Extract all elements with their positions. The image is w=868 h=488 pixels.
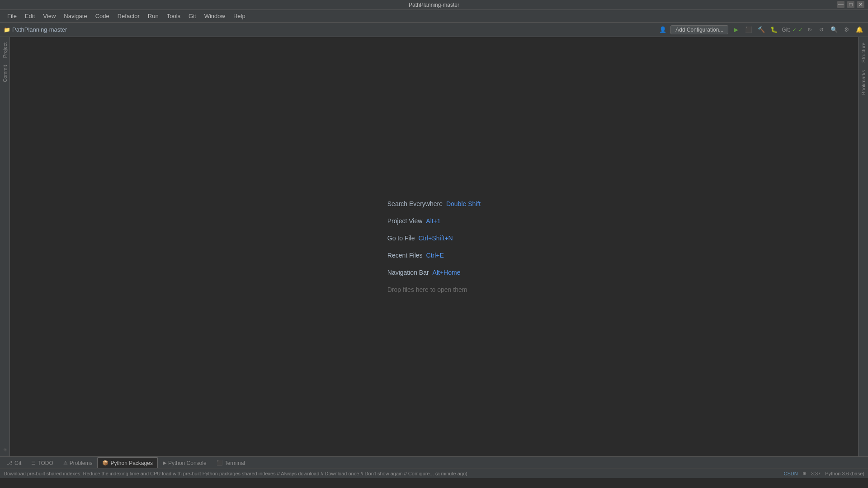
notification-bar: Download pre-built shared indexes: Reduc… [0,468,868,478]
tab-python-console[interactable]: ▶ Python Console [158,457,212,468]
menu-run[interactable]: Run [144,11,162,21]
user-icon[interactable]: 👤 [658,25,668,35]
status-python-version[interactable]: Python 3.6 (base) [825,471,864,476]
menu-code[interactable]: Code [92,11,113,21]
git-label: Git: [782,27,790,33]
terminal-tab-icon: ⬛ [217,460,223,466]
tab-python-packages[interactable]: 📦 Python Packages [97,457,157,468]
settings-icon[interactable]: ⚙ [842,25,852,35]
menu-help[interactable]: Help [230,11,249,21]
git-refresh-icon[interactable]: ↻ [805,25,815,35]
tab-todo[interactable]: ☰ TODO [26,457,58,468]
python-packages-tab-icon: 📦 [102,460,108,466]
goto-file-shortcut: Ctrl+Shift+N [418,235,453,242]
close-button[interactable]: ✕ [857,1,864,8]
project-view-label: Project View [387,217,423,225]
welcome-item-recent-files: Recent Files Ctrl+E [387,252,444,259]
minimize-button[interactable]: — [837,1,844,8]
menu-view[interactable]: View [39,11,59,21]
sidebar-tab-bookmarks[interactable]: Bookmarks [860,66,867,99]
tab-terminal[interactable]: ⬛ Terminal [212,457,250,468]
git-extra-icon[interactable]: ↺ [816,25,826,35]
git-tab-icon: ⎇ [7,460,13,466]
drop-files-text: Drop files here to open them [387,286,467,293]
welcome-item-search: Search Everywhere Double Shift [387,200,481,207]
status-time: 3:37 [811,471,821,476]
search-everywhere-label: Search Everywhere [387,200,443,207]
sidebar-tab-extra[interactable]: ◈ [1,443,9,456]
git-check-icon: ✓ [792,27,797,33]
problems-tab-label: Problems [70,460,93,466]
recent-files-label: Recent Files [387,252,423,259]
sidebar-tab-structure[interactable]: Structure [860,39,867,66]
search-everywhere-shortcut: Double Shift [446,200,481,207]
git-check2-icon: ✓ [798,27,803,33]
right-sidebar: Structure Bookmarks [858,37,868,456]
project-indicator: 📁 PathPlanning-master [4,26,655,33]
project-view-shortcut: Alt+1 [426,217,440,225]
terminal-tab-label: Terminal [225,460,245,466]
folder-icon: 📁 [4,27,10,33]
build-button[interactable]: 🔨 [756,25,766,35]
menu-window[interactable]: Window [201,11,229,21]
tab-problems[interactable]: ⚠ Problems [58,457,98,468]
python-packages-tab-label: Python Packages [110,460,152,466]
left-sidebar: Project Commit ◈ [0,37,10,456]
sidebar-tab-commit[interactable]: Commit [1,61,9,86]
window-controls[interactable]: — □ ✕ [837,1,864,8]
menu-git[interactable]: Git [185,11,200,21]
search-everywhere-icon[interactable]: 🔍 [829,25,839,35]
menu-file[interactable]: File [4,11,20,21]
title-bar: PathPlanning-master — □ ✕ [0,0,868,10]
run-button[interactable]: ▶ [731,25,741,35]
welcome-panel: Search Everywhere Double Shift Project V… [387,200,481,293]
menu-refactor[interactable]: Refactor [114,11,143,21]
notifications-icon[interactable]: 🔔 [854,25,864,35]
sidebar-tab-project[interactable]: Project [1,39,9,61]
toolbar: 📁 PathPlanning-master 👤 Add Configuratio… [0,23,868,37]
window-title: PathPlanning-master [409,2,459,8]
todo-tab-icon: ☰ [31,460,36,466]
nav-bar-shortcut: Alt+Home [433,269,461,276]
content-area: Search Everywhere Double Shift Project V… [10,37,858,456]
add-configuration-button[interactable]: Add Configuration... [670,25,728,34]
project-name: PathPlanning-master [12,26,67,33]
menu-bar: File Edit View Navigate Code Refactor Ru… [0,10,868,23]
welcome-item-goto-file: Go to File Ctrl+Shift+N [387,235,453,242]
welcome-item-nav-bar: Navigation Bar Alt+Home [387,269,461,276]
todo-tab-label: TODO [38,460,53,466]
status-plus-icon[interactable]: ⊕ [802,470,807,476]
menu-edit[interactable]: Edit [21,11,38,21]
debug-button[interactable]: 🐛 [769,25,779,35]
tab-git[interactable]: ⎇ Git [2,457,26,468]
bottom-tabs: ⎇ Git ☰ TODO ⚠ Problems 📦 Python Package… [0,456,868,468]
python-console-tab-label: Python Console [168,460,207,466]
maximize-button[interactable]: □ [847,1,854,8]
toolbar-right: 👤 Add Configuration... ▶ ⬛ 🔨 🐛 Git: ✓ ✓ … [658,25,864,35]
nav-bar-label: Navigation Bar [387,269,429,276]
menu-navigate[interactable]: Navigate [60,11,90,21]
menu-tools[interactable]: Tools [163,11,184,21]
git-status: Git: ✓ ✓ ↻ ↺ [782,25,826,35]
goto-file-label: Go to File [387,235,415,242]
status-csdn[interactable]: CSDN [784,471,798,476]
stop-button[interactable]: ⬛ [744,25,754,35]
recent-files-shortcut: Ctrl+E [426,252,444,259]
git-tab-label: Git [14,460,21,466]
problems-tab-icon: ⚠ [63,460,68,466]
python-console-tab-icon: ▶ [163,460,166,466]
status-right: CSDN ⊕ 3:37 Python 3.6 (base) [784,470,864,476]
welcome-item-project-view: Project View Alt+1 [387,217,441,225]
notification-message: Download pre-built shared indexes: Reduc… [4,471,784,476]
